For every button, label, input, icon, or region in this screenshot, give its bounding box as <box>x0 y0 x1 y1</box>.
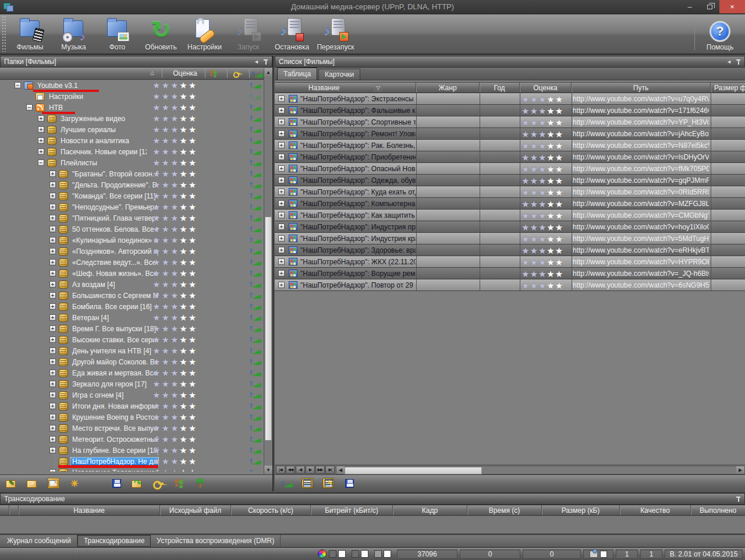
horizontal-scrollbar-thumb[interactable] <box>345 467 482 474</box>
column-name[interactable]: Название▽ <box>275 83 416 93</box>
star-filled-icon[interactable]: ★ <box>522 188 530 197</box>
tree-item[interactable]: + Бомбила. Все серии [16] ★★★★★ ↑▂▄▆ <box>0 301 272 312</box>
star-empty-icon[interactable]: ★ <box>179 247 188 256</box>
star-empty-icon[interactable]: ★ <box>189 346 197 355</box>
tab-table[interactable]: Таблица <box>277 68 317 80</box>
transfer-icon[interactable]: ↑▂▄▆ <box>249 324 261 332</box>
rating-stars[interactable]: ★★★★★ <box>152 212 197 224</box>
star-empty-icon[interactable]: ★ <box>189 302 197 311</box>
star-filled-icon[interactable]: ★ <box>152 335 161 344</box>
star-filled-icon[interactable]: ★ <box>171 203 179 211</box>
devices-indicator[interactable] <box>583 550 613 559</box>
row-title[interactable]: "НашПотребНадзор": Индустрия красо <box>300 233 416 244</box>
collapse-panel-icon[interactable]: ◄ <box>726 59 732 65</box>
star-filled-icon[interactable]: ★ <box>152 158 161 167</box>
star-filled-icon[interactable]: ★ <box>171 435 179 444</box>
star-filled-icon[interactable]: ★ <box>522 281 530 290</box>
star-filled-icon[interactable]: ★ <box>538 95 547 104</box>
table-row[interactable]: + "НашПотребНадзор": Ремонт! Уловки с ★★… <box>275 128 745 140</box>
star-filled-icon[interactable]: ★ <box>152 92 161 101</box>
rating-stars[interactable]: ★★★★★ <box>152 323 197 334</box>
star-empty-icon[interactable]: ★ <box>555 281 563 290</box>
star-filled-icon[interactable]: ★ <box>171 402 179 410</box>
transfer-icon[interactable]: ↑▂▄▆ <box>249 125 261 133</box>
star-filled-icon[interactable]: ★ <box>522 141 530 150</box>
star-empty-icon[interactable]: ★ <box>189 136 197 145</box>
transfer-icon[interactable]: ↑▂▄▆ <box>249 102 261 111</box>
star-empty-icon[interactable]: ★ <box>555 107 563 115</box>
collapse-panel-icon[interactable]: ◄ <box>254 59 259 65</box>
tree-item-label[interactable]: «Поздняков». Авторский про <box>71 247 158 256</box>
transfer-icon[interactable]: ↑▂▄▆ <box>249 313 261 321</box>
star-empty-icon[interactable]: ★ <box>547 270 555 278</box>
star-empty-icon[interactable]: ★ <box>179 457 188 466</box>
star-filled-icon[interactable]: ★ <box>538 281 547 290</box>
transcoding-column-2[interactable]: Скорость (к/с) <box>231 505 311 515</box>
row-expander-icon[interactable]: + <box>278 107 285 114</box>
star-empty-icon[interactable]: ★ <box>555 258 563 267</box>
star-filled-icon[interactable]: ★ <box>161 380 170 388</box>
star-empty-icon[interactable]: ★ <box>189 114 197 123</box>
star-empty-icon[interactable]: ★ <box>179 214 188 222</box>
tree-item-label[interactable]: Другой майор Соколов. Все с <box>71 358 158 366</box>
row-title[interactable]: "НашПотребНадзор": Ворущие ремонтн <box>300 268 416 279</box>
star-filled-icon[interactable]: ★ <box>161 169 170 178</box>
star-filled-icon[interactable]: ★ <box>171 302 179 311</box>
row-rating-stars[interactable]: ★★★★★ <box>522 105 563 116</box>
transfer-icon[interactable]: ↑▂▄▆ <box>249 246 261 254</box>
tree-item-label[interactable]: Большинство с Сергеем Мина <box>71 292 158 300</box>
row-title[interactable]: "НашПотребНадзор": Здоровье: врачи <box>300 244 416 256</box>
row-expander-icon[interactable]: + <box>278 189 285 195</box>
table-row[interactable]: + "НашПотребНадзор": ЖКХ (22.11.2015 ★★★… <box>275 256 745 268</box>
rating-stars[interactable]: ★★★★★ <box>152 456 197 467</box>
rating-stars[interactable]: ★★★★★ <box>152 356 197 367</box>
expander-icon[interactable]: − <box>15 82 21 88</box>
star-filled-icon[interactable]: ★ <box>161 391 170 399</box>
nav-last-button[interactable]: ▶| <box>325 466 335 474</box>
transfer-icon[interactable]: ↑▂▄▆ <box>249 169 261 177</box>
row-rating-stars[interactable]: ★★★★★ <box>522 233 563 244</box>
star-filled-icon[interactable]: ★ <box>171 291 179 300</box>
toolbar-button-server-restart[interactable]: ♪ Перезапуск <box>314 15 357 54</box>
star-filled-icon[interactable]: ★ <box>152 180 161 189</box>
star-filled-icon[interactable]: ★ <box>538 258 547 267</box>
table-row[interactable]: + "НашПотребНадзор": Как защитить св ★★★… <box>275 210 745 221</box>
tree-item-label[interactable]: «Шеф. Новая жизнь». Все сер <box>71 270 158 278</box>
star-filled-icon[interactable]: ★ <box>530 130 538 139</box>
tree-item-label[interactable]: "Команда". Все серии [11] <box>71 192 157 200</box>
column-genre[interactable]: Жанр <box>416 83 480 93</box>
star-empty-icon[interactable]: ★ <box>179 380 188 388</box>
table-row[interactable]: + "НашПотребНадзор": Индустрия красо ★★★… <box>275 233 745 244</box>
key-column-icon[interactable] <box>232 69 242 78</box>
star-empty-icon[interactable]: ★ <box>179 81 188 90</box>
star-empty-icon[interactable]: ★ <box>189 169 197 178</box>
star-empty-icon[interactable]: ★ <box>189 92 197 101</box>
star-filled-icon[interactable]: ★ <box>161 247 170 256</box>
rating-stars[interactable]: ★★★★★ <box>152 224 197 235</box>
star-filled-icon[interactable]: ★ <box>161 192 170 200</box>
tree-item-label[interactable]: Новогоднее Телевидение [29 <box>71 469 158 472</box>
star-empty-icon[interactable]: ★ <box>189 125 197 134</box>
star-filled-icon[interactable]: ★ <box>161 81 170 90</box>
star-filled-icon[interactable]: ★ <box>530 270 538 278</box>
transfer-icon[interactable]: ↑▂▄▆ <box>249 423 261 431</box>
save-floppy-button[interactable] <box>111 478 122 488</box>
star-filled-icon[interactable]: ★ <box>152 125 161 134</box>
star-filled-icon[interactable]: ★ <box>161 324 170 333</box>
star-empty-icon[interactable]: ★ <box>179 169 188 178</box>
transfer-icon[interactable]: ↑▂▄▆ <box>249 390 261 398</box>
star-filled-icon[interactable]: ★ <box>530 188 538 197</box>
star-empty-icon[interactable]: ★ <box>179 269 188 278</box>
column-size[interactable]: Размер ф <box>711 83 745 93</box>
row-rating-stars[interactable]: ★★★★★ <box>522 244 563 256</box>
tree-column-header[interactable]: △ Оценка ↑▂▄▆ <box>0 68 272 80</box>
transfer-icon[interactable]: ↑▂▄▆ <box>249 224 261 232</box>
horizontal-scrollbar[interactable]: ◀ ▶ <box>336 466 745 474</box>
star-filled-icon[interactable]: ★ <box>171 247 179 256</box>
expander-icon[interactable]: + <box>49 248 56 254</box>
star-filled-icon[interactable]: ★ <box>171 81 179 90</box>
star-filled-icon[interactable]: ★ <box>171 225 179 233</box>
star-filled-icon[interactable]: ★ <box>171 236 179 244</box>
star-filled-icon[interactable]: ★ <box>161 435 170 444</box>
star-filled-icon[interactable]: ★ <box>171 357 179 366</box>
